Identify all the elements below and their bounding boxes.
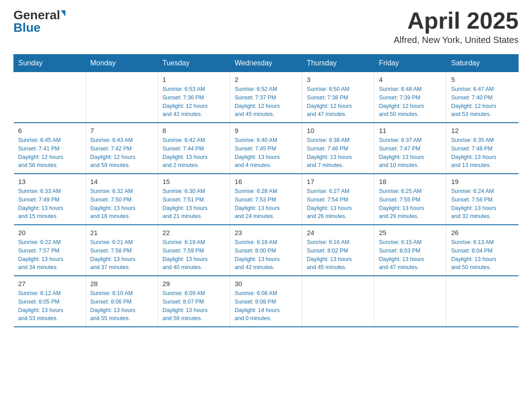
day-number: 21 [90, 229, 153, 236]
calendar-week-row: 6Sunrise: 6:45 AM Sunset: 7:41 PM Daylig… [14, 123, 519, 174]
day-number: 19 [451, 178, 514, 185]
day-info: Sunrise: 6:12 AM Sunset: 8:05 PM Dayligh… [18, 289, 81, 323]
calendar-cell: 23Sunrise: 6:18 AM Sunset: 8:00 PM Dayli… [230, 225, 302, 276]
day-number: 11 [379, 127, 442, 134]
day-info: Sunrise: 6:52 AM Sunset: 7:37 PM Dayligh… [235, 85, 297, 119]
day-number: 23 [235, 229, 297, 236]
day-info: Sunrise: 6:13 AM Sunset: 8:04 PM Dayligh… [451, 238, 514, 272]
day-info: Sunrise: 6:24 AM Sunset: 7:56 PM Dayligh… [451, 187, 514, 221]
day-number: 7 [90, 127, 153, 134]
day-info: Sunrise: 6:43 AM Sunset: 7:42 PM Dayligh… [90, 136, 153, 170]
calendar-cell: 26Sunrise: 6:13 AM Sunset: 8:04 PM Dayli… [446, 225, 519, 276]
day-info: Sunrise: 6:33 AM Sunset: 7:49 PM Dayligh… [18, 187, 81, 221]
day-info: Sunrise: 6:08 AM Sunset: 8:08 PM Dayligh… [235, 289, 297, 323]
calendar-cell: 1Sunrise: 6:53 AM Sunset: 7:36 PM Daylig… [158, 72, 230, 123]
calendar-cell: 18Sunrise: 6:25 AM Sunset: 7:55 PM Dayli… [374, 174, 446, 225]
day-number: 24 [307, 229, 369, 236]
calendar-cell: 30Sunrise: 6:08 AM Sunset: 8:08 PM Dayli… [230, 276, 302, 327]
day-info: Sunrise: 6:22 AM Sunset: 7:57 PM Dayligh… [18, 238, 81, 272]
calendar-cell: 5Sunrise: 6:47 AM Sunset: 7:40 PM Daylig… [446, 72, 519, 123]
day-number: 6 [18, 127, 81, 134]
day-info: Sunrise: 6:48 AM Sunset: 7:39 PM Dayligh… [379, 85, 442, 119]
calendar-cell [302, 276, 374, 327]
calendar-cell: 7Sunrise: 6:43 AM Sunset: 7:42 PM Daylig… [86, 123, 158, 174]
logo-text-general: General [13, 9, 60, 21]
day-number: 2 [235, 76, 297, 83]
day-info: Sunrise: 6:45 AM Sunset: 7:41 PM Dayligh… [18, 136, 81, 170]
calendar-cell: 3Sunrise: 6:50 AM Sunset: 7:38 PM Daylig… [302, 72, 374, 123]
weekday-header-row: SundayMondayTuesdayWednesdayThursdayFrid… [14, 55, 519, 72]
day-number: 13 [18, 178, 81, 185]
logo-triangle-icon [61, 10, 65, 17]
calendar-cell: 27Sunrise: 6:12 AM Sunset: 8:05 PM Dayli… [14, 276, 86, 327]
month-title: April 2025 [394, 9, 519, 32]
calendar-cell: 12Sunrise: 6:35 AM Sunset: 7:48 PM Dayli… [446, 123, 519, 174]
day-number: 28 [90, 280, 153, 287]
day-number: 26 [451, 229, 514, 236]
day-number: 22 [163, 229, 225, 236]
day-info: Sunrise: 6:27 AM Sunset: 7:54 PM Dayligh… [307, 187, 369, 221]
day-info: Sunrise: 6:10 AM Sunset: 8:06 PM Dayligh… [90, 289, 153, 323]
calendar-week-row: 20Sunrise: 6:22 AM Sunset: 7:57 PM Dayli… [14, 225, 519, 276]
day-info: Sunrise: 6:18 AM Sunset: 8:00 PM Dayligh… [235, 238, 297, 272]
calendar-cell: 17Sunrise: 6:27 AM Sunset: 7:54 PM Dayli… [302, 174, 374, 225]
logo: General Blue [13, 9, 65, 34]
calendar-cell: 4Sunrise: 6:48 AM Sunset: 7:39 PM Daylig… [374, 72, 446, 123]
calendar-header: SundayMondayTuesdayWednesdayThursdayFrid… [14, 55, 519, 72]
weekday-header-tuesday: Tuesday [158, 55, 230, 72]
day-info: Sunrise: 6:32 AM Sunset: 7:50 PM Dayligh… [90, 187, 153, 221]
day-info: Sunrise: 6:28 AM Sunset: 7:53 PM Dayligh… [235, 187, 297, 221]
day-info: Sunrise: 6:38 AM Sunset: 7:46 PM Dayligh… [307, 136, 369, 170]
calendar-cell: 28Sunrise: 6:10 AM Sunset: 8:06 PM Dayli… [86, 276, 158, 327]
page-header: General Blue April 2025 Alfred, New York… [13, 9, 519, 45]
calendar-body: 1Sunrise: 6:53 AM Sunset: 7:36 PM Daylig… [14, 72, 519, 327]
day-number: 18 [379, 178, 442, 185]
day-info: Sunrise: 6:50 AM Sunset: 7:38 PM Dayligh… [307, 85, 369, 119]
day-number: 20 [18, 229, 81, 236]
calendar-cell: 8Sunrise: 6:42 AM Sunset: 7:44 PM Daylig… [158, 123, 230, 174]
calendar-cell: 9Sunrise: 6:40 AM Sunset: 7:45 PM Daylig… [230, 123, 302, 174]
day-number: 16 [235, 178, 297, 185]
logo-text-blue: Blue [13, 21, 41, 34]
day-info: Sunrise: 6:53 AM Sunset: 7:36 PM Dayligh… [163, 85, 225, 119]
calendar-cell: 14Sunrise: 6:32 AM Sunset: 7:50 PM Dayli… [86, 174, 158, 225]
calendar-cell [14, 72, 86, 123]
day-info: Sunrise: 6:47 AM Sunset: 7:40 PM Dayligh… [451, 85, 514, 119]
day-number: 25 [379, 229, 442, 236]
day-number: 8 [163, 127, 225, 134]
day-number: 17 [307, 178, 369, 185]
calendar-week-row: 27Sunrise: 6:12 AM Sunset: 8:05 PM Dayli… [14, 276, 519, 327]
day-info: Sunrise: 6:19 AM Sunset: 7:59 PM Dayligh… [163, 238, 225, 272]
day-info: Sunrise: 6:16 AM Sunset: 8:02 PM Dayligh… [307, 238, 369, 272]
title-section: April 2025 Alfred, New York, United Stat… [394, 9, 519, 45]
day-info: Sunrise: 6:40 AM Sunset: 7:45 PM Dayligh… [235, 136, 297, 170]
day-info: Sunrise: 6:21 AM Sunset: 7:58 PM Dayligh… [90, 238, 153, 272]
day-number: 1 [163, 76, 225, 83]
calendar-cell: 24Sunrise: 6:16 AM Sunset: 8:02 PM Dayli… [302, 225, 374, 276]
weekday-header-wednesday: Wednesday [230, 55, 302, 72]
calendar-cell: 22Sunrise: 6:19 AM Sunset: 7:59 PM Dayli… [158, 225, 230, 276]
calendar-cell: 6Sunrise: 6:45 AM Sunset: 7:41 PM Daylig… [14, 123, 86, 174]
day-info: Sunrise: 6:37 AM Sunset: 7:47 PM Dayligh… [379, 136, 442, 170]
day-info: Sunrise: 6:35 AM Sunset: 7:48 PM Dayligh… [451, 136, 514, 170]
day-number: 5 [451, 76, 514, 83]
weekday-header-saturday: Saturday [446, 55, 519, 72]
calendar-table: SundayMondayTuesdayWednesdayThursdayFrid… [13, 54, 519, 327]
weekday-header-monday: Monday [86, 55, 158, 72]
weekday-header-thursday: Thursday [302, 55, 374, 72]
calendar-cell [86, 72, 158, 123]
calendar-cell: 13Sunrise: 6:33 AM Sunset: 7:49 PM Dayli… [14, 174, 86, 225]
day-number: 29 [163, 280, 225, 287]
day-number: 15 [163, 178, 225, 185]
weekday-header-friday: Friday [374, 55, 446, 72]
calendar-cell: 11Sunrise: 6:37 AM Sunset: 7:47 PM Dayli… [374, 123, 446, 174]
day-number: 4 [379, 76, 442, 83]
day-number: 27 [18, 280, 81, 287]
calendar-cell: 19Sunrise: 6:24 AM Sunset: 7:56 PM Dayli… [446, 174, 519, 225]
calendar-cell: 21Sunrise: 6:21 AM Sunset: 7:58 PM Dayli… [86, 225, 158, 276]
calendar-cell [374, 276, 446, 327]
calendar-cell: 25Sunrise: 6:15 AM Sunset: 8:03 PM Dayli… [374, 225, 446, 276]
day-number: 3 [307, 76, 369, 83]
day-info: Sunrise: 6:30 AM Sunset: 7:51 PM Dayligh… [163, 187, 225, 221]
calendar-cell: 10Sunrise: 6:38 AM Sunset: 7:46 PM Dayli… [302, 123, 374, 174]
